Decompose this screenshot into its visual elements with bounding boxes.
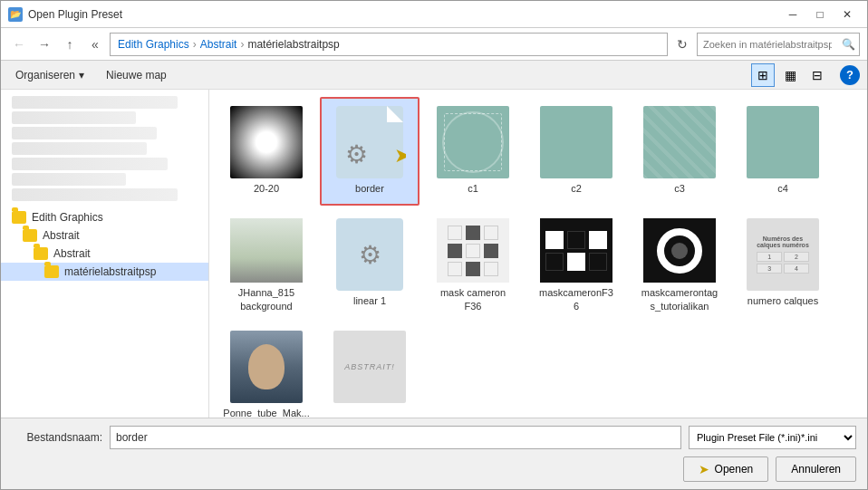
gear-icon: ⚙ — [359, 240, 381, 270]
view-details-button[interactable]: ▦ — [778, 63, 802, 87]
thumb-c2 — [540, 106, 612, 178]
file-item-mask-cameron[interactable]: mask cameronF36 — [423, 209, 523, 318]
thumb-abstrait: ABSTRAIT! — [333, 331, 406, 403]
file-label: maskcameronF36 — [539, 286, 613, 312]
sidebar-item-label: Abstrait — [53, 247, 91, 260]
file-label: maskcamerontags_tutorialikan — [641, 286, 718, 312]
file-label: mask cameronF36 — [440, 286, 506, 312]
gear-icon: ⚙ — [345, 139, 368, 169]
sidebar-item-materiel[interactable]: matérielabstraitpsp — [1, 263, 208, 281]
sidebar-item-label: matérielabstraitpsp — [64, 265, 156, 278]
path-current: matérielabstraitpsp — [247, 38, 339, 51]
file-thumbnail — [437, 218, 509, 283]
file-thumbnail: ⚙ — [333, 218, 406, 291]
sidebar-item-label: Abstrait — [43, 229, 80, 242]
path-abstrait[interactable]: Abstrait — [200, 38, 237, 51]
dialog-window: 📂 Open Plugin Preset ─ □ ✕ ← → ↑ « Edith… — [0, 0, 868, 490]
file-thumbnail — [643, 106, 716, 178]
sidebar-blurred-2 — [12, 111, 136, 124]
organise-label: Organiseren — [15, 69, 75, 82]
filename-row: Bestandsnaam: Plugin Preset File (*.ini)… — [12, 426, 856, 449]
maximize-button[interactable]: □ — [807, 5, 833, 24]
thumb-numero: Numéros descalques numéros 1 2 3 4 — [747, 218, 819, 291]
file-item-linear[interactable]: ⚙ linear 1 — [320, 209, 420, 318]
open-arrow-icon: ➤ — [699, 462, 709, 476]
back-button[interactable]: ← — [8, 34, 30, 55]
file-item-20-20[interactable]: 20-20 — [217, 97, 316, 206]
file-item-numero[interactable]: Numéros descalques numéros 1 2 3 4 numer… — [733, 209, 833, 318]
filename-input[interactable] — [110, 426, 681, 449]
search-icon-button[interactable]: 🔍 — [837, 34, 859, 55]
file-grid: 20-20 ⚙ ➤ border — [217, 97, 860, 418]
file-label: linear 1 — [353, 294, 386, 307]
file-label: 20-20 — [254, 182, 279, 195]
file-item-jhanna[interactable]: JHanna_815background — [217, 209, 316, 318]
file-label: c4 — [777, 182, 788, 195]
file-item-person[interactable]: Ponne_tube_Mak... — [217, 322, 316, 418]
open-label: Openen — [715, 463, 754, 476]
toolbar-right: ⊞ ▦ ⊟ ? — [751, 63, 860, 87]
thumb-c4 — [747, 106, 819, 178]
help-button[interactable]: ? — [840, 65, 860, 85]
thumb-maskF36 — [540, 218, 612, 283]
new-folder-button[interactable]: Nieuwe map — [99, 63, 174, 87]
close-button[interactable]: ✕ — [834, 5, 860, 24]
main-content: Edith Graphics Abstrait Abstrait matérie… — [1, 90, 867, 418]
organise-button[interactable]: Organiseren ▾ — [8, 63, 92, 87]
folder-icon — [44, 265, 59, 278]
open-button[interactable]: ➤ Openen — [683, 456, 769, 482]
thumb-mask — [437, 218, 509, 283]
thumb-c3 — [643, 106, 716, 178]
file-thumbnail: ⚙ ➤ — [333, 106, 406, 178]
forward-button[interactable]: → — [34, 34, 55, 55]
folder-icon — [23, 229, 37, 242]
folder-icon — [34, 247, 48, 260]
file-item-c2[interactable]: c2 — [526, 97, 626, 206]
sidebar-blurred-7 — [12, 188, 178, 201]
path-edith-graphics[interactable]: Edith Graphics — [118, 38, 189, 51]
file-thumbnail: Numéros descalques numéros 1 2 3 4 — [747, 218, 819, 291]
search-input[interactable] — [698, 39, 837, 50]
sidebar-blurred-1 — [12, 96, 178, 109]
sidebar-blurred-6 — [12, 173, 126, 186]
thumb-masktag — [643, 218, 716, 283]
toolbar: Organiseren ▾ Nieuwe map ⊞ ▦ ⊟ ? — [1, 61, 867, 90]
file-label: Ponne_tube_Mak... — [223, 407, 309, 418]
title-bar-left: 📂 Open Plugin Preset — [8, 7, 122, 22]
view-preview-button[interactable]: ⊟ — [805, 63, 829, 87]
file-label: c2 — [571, 182, 582, 195]
file-thumbnail — [437, 106, 509, 178]
file-thumbnail — [540, 106, 612, 178]
file-label: numero calques — [747, 294, 818, 307]
expand-button[interactable]: « — [84, 34, 106, 55]
up-button[interactable]: ↑ — [59, 34, 81, 55]
sidebar-blurred-5 — [12, 158, 168, 170]
thumb-person — [230, 331, 303, 403]
view-icons-button[interactable]: ⊞ — [751, 63, 775, 87]
cancel-button[interactable]: Annuleren — [776, 456, 856, 482]
file-item-abstrait[interactable]: ABSTRAIT! — [320, 322, 420, 418]
file-item-c3[interactable]: c3 — [630, 97, 729, 206]
file-thumbnail — [643, 218, 716, 283]
sidebar-item-edith-graphics[interactable]: Edith Graphics — [1, 208, 208, 226]
title-bar-controls: ─ □ ✕ — [780, 5, 860, 24]
file-item-c4[interactable]: c4 — [733, 97, 833, 206]
arrow-icon: ➤ — [394, 144, 406, 168]
address-bar: ← → ↑ « Edith Graphics › Abstrait › maté… — [1, 28, 867, 61]
file-item-c1[interactable]: c1 — [423, 97, 523, 206]
sidebar-item-abstrait-2[interactable]: Abstrait — [1, 245, 208, 263]
file-item-maskcameronF36[interactable]: maskcameronF36 — [526, 209, 626, 318]
filetype-select[interactable]: Plugin Preset File (*.ini)*.ini — [689, 426, 856, 449]
file-thumbnail — [230, 106, 303, 178]
refresh-button[interactable]: ↻ — [671, 34, 693, 55]
sidebar-item-label: Edith Graphics — [32, 211, 103, 224]
sidebar-blurred-3 — [12, 127, 157, 139]
sidebar-item-abstrait-1[interactable]: Abstrait — [1, 226, 208, 245]
file-thumbnail: ABSTRAIT! — [333, 331, 406, 403]
file-grid-container: 20-20 ⚙ ➤ border — [209, 90, 867, 418]
file-label: c3 — [674, 182, 685, 195]
title-bar-title: Open Plugin Preset — [28, 8, 122, 21]
file-item-border[interactable]: ⚙ ➤ border — [320, 97, 420, 206]
minimize-button[interactable]: ─ — [780, 5, 805, 24]
file-item-maskcamerontags[interactable]: maskcamerontags_tutorialikan — [630, 209, 729, 318]
